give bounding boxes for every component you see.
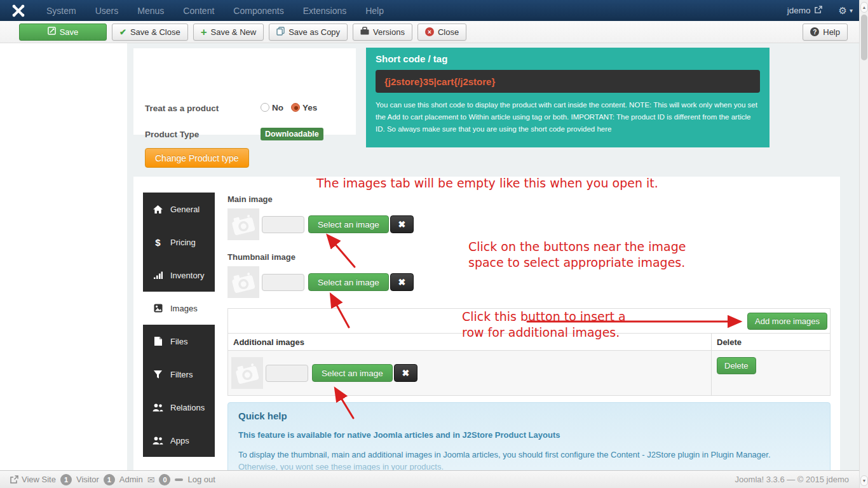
chart-bars-icon — [153, 271, 163, 279]
user-menu[interactable]: jdemo — [787, 6, 822, 15]
thumbnail-image-clear-button[interactable]: ✖ — [390, 273, 414, 291]
thumbnail-image-select-button[interactable]: Select an image — [308, 273, 389, 291]
help-button[interactable]: ? Help — [803, 24, 848, 41]
check-icon: ✔ — [119, 27, 126, 37]
message-count-badge: 0 — [159, 474, 170, 485]
additional-image-select-button[interactable]: Select an image — [312, 364, 393, 382]
tab-inventory[interactable]: Inventory — [143, 259, 215, 292]
tab-pricing[interactable]: $ Pricing — [143, 226, 215, 259]
view-site-link[interactable]: View Site — [10, 475, 56, 484]
settings-menu[interactable]: ⚙ ▾ — [839, 5, 853, 17]
shortcode-title: Short code / tag — [376, 53, 760, 64]
menu-content[interactable]: Content — [173, 0, 224, 21]
menu-help[interactable]: Help — [356, 0, 393, 21]
save-new-button[interactable]: + Save & New — [193, 24, 264, 41]
versions-label: Versions — [373, 27, 405, 37]
annotation-middle: Click on the buttons near the image spac… — [468, 239, 686, 271]
quick-help-title: Quick help — [238, 410, 820, 421]
dollar-icon: $ — [153, 237, 163, 248]
menu-components[interactable]: Components — [224, 0, 293, 21]
save-copy-button[interactable]: Save as Copy — [269, 24, 348, 41]
admin-count-badge: 1 — [104, 474, 115, 485]
close-button[interactable]: × Close — [417, 24, 466, 41]
quick-help-subtitle: This feature is available for native Joo… — [238, 430, 820, 440]
save-close-label: Save & Close — [130, 27, 180, 37]
annotation-top: The images tab will be empty like this w… — [316, 175, 658, 191]
image-placeholder — [227, 266, 259, 298]
tab-images[interactable]: Images — [143, 292, 215, 325]
scroll-up-button[interactable]: ▲ — [860, 2, 868, 13]
tab-apps[interactable]: Apps — [143, 424, 215, 457]
gear-icon: ⚙ — [839, 5, 847, 17]
close-label: Close — [438, 27, 459, 37]
product-summary-card: Treat as a product Product Type No Yes D… — [133, 48, 356, 135]
additional-image-input[interactable] — [266, 365, 308, 382]
delete-row-button[interactable]: Delete — [717, 357, 756, 374]
action-toolbar: Save ✔ Save & Close + Save & New Save as… — [0, 21, 868, 43]
versions-icon — [360, 27, 369, 37]
page-scrollbar[interactable]: ▲ ▼ — [859, 0, 868, 488]
menu-system[interactable]: System — [37, 0, 86, 21]
copy-icon — [276, 27, 285, 37]
thumbnail-image-section: Thumbnail image Select an image ✖ — [227, 252, 414, 298]
tab-relations[interactable]: Relations — [143, 391, 215, 424]
main-image-input[interactable] — [262, 216, 304, 233]
logout-link[interactable]: Log out — [187, 475, 215, 484]
change-product-type-button[interactable]: Change Product type — [145, 148, 249, 168]
main-menu: System Users Menus Content Components Ex… — [37, 0, 393, 21]
image-placeholder — [227, 208, 259, 240]
admin-navbar: System Users Menus Content Components Ex… — [0, 0, 868, 21]
visitor-count-badge: 1 — [60, 474, 72, 485]
visitor-label: Visitor — [76, 475, 99, 484]
save-button[interactable]: Save — [19, 24, 107, 41]
quick-help-body: To display the thumbnail, main and addit… — [238, 449, 820, 461]
save-icon — [48, 27, 56, 37]
scroll-down-button[interactable]: ▼ — [860, 475, 868, 486]
additional-image-clear-button[interactable]: ✖ — [394, 364, 417, 382]
thumbnail-image-input[interactable] — [262, 274, 304, 291]
menu-menus[interactable]: Menus — [128, 0, 173, 21]
thumbnail-image-label: Thumbnail image — [227, 252, 414, 262]
tab-files[interactable]: Files — [143, 325, 215, 358]
main-image-select-button[interactable]: Select an image — [308, 215, 389, 233]
tab-general[interactable]: General — [143, 193, 215, 226]
joomla-version: Joomla! 3.3.6 — © 2015 jdemo — [735, 475, 849, 484]
logout-icon — [175, 478, 183, 481]
table-row: Select an image ✖ Delete — [228, 351, 830, 395]
add-more-images-button[interactable]: Add more images — [747, 313, 827, 330]
main-image-label: Main image — [227, 194, 414, 204]
treat-as-product-label: Treat as a product — [145, 104, 219, 113]
save-label: Save — [60, 27, 79, 37]
scrollbar-thumb[interactable] — [861, 15, 867, 60]
main-image-clear-button[interactable]: ✖ — [390, 215, 414, 233]
users-icon — [153, 437, 163, 445]
delete-header: Delete — [711, 334, 830, 350]
main-image-section: Main image Select an image ✖ — [227, 194, 414, 240]
product-type-badge: Downloadable — [261, 128, 323, 140]
shortcode-value: {j2store}35|cart{/j2store} — [376, 70, 760, 93]
external-link-icon — [10, 475, 18, 484]
filter-icon — [153, 370, 163, 379]
versions-button[interactable]: Versions — [353, 24, 412, 41]
external-link-icon — [815, 6, 822, 15]
envelope-icon: ✉ — [147, 475, 155, 485]
camera-icon — [229, 211, 257, 238]
save-close-button[interactable]: ✔ Save & Close — [112, 24, 188, 41]
camera-icon — [233, 360, 261, 386]
product-tabs: General $ Pricing Inventory Images Files… — [143, 193, 215, 457]
image-icon — [153, 304, 163, 313]
product-type-label: Product Type — [145, 130, 199, 139]
plus-icon: + — [201, 28, 207, 36]
shortcode-description: You can use this short code to display t… — [376, 99, 760, 135]
tab-filters[interactable]: Filters — [143, 358, 215, 391]
shortcode-card: Short code / tag {j2store}35|cart{/j2sto… — [366, 48, 770, 147]
radio-yes[interactable]: Yes — [291, 103, 317, 112]
radio-no[interactable]: No — [261, 103, 283, 112]
radio-yes-circle[interactable] — [291, 103, 300, 112]
menu-extensions[interactable]: Extensions — [294, 0, 356, 21]
menu-users[interactable]: Users — [86, 0, 128, 21]
save-copy-label: Save as Copy — [288, 27, 340, 37]
file-icon — [153, 337, 163, 346]
status-bar: View Site 1 Visitor 1 Admin ✉ 0 Log out … — [0, 470, 868, 488]
radio-no-circle[interactable] — [261, 103, 269, 112]
